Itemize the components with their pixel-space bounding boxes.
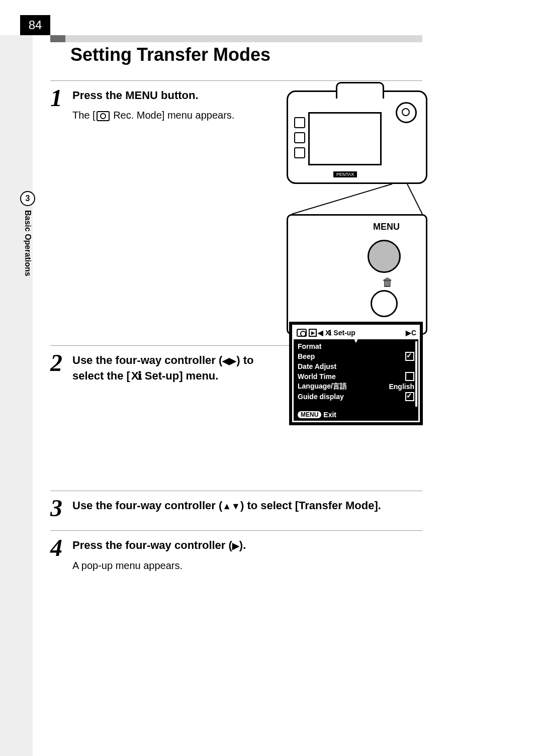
title-accent-bar <box>50 35 422 42</box>
left-arrow-icon: ◀ <box>222 356 229 366</box>
step-4: 4 Press the four-way controller (▶). A p… <box>50 530 422 585</box>
menu-item-label: Guide display <box>298 393 344 401</box>
menu-item-value: English <box>389 383 414 391</box>
step-body-pre: The [ <box>72 110 96 121</box>
chapter-label: Basic Operations <box>23 210 32 276</box>
lcd-menu-body: Format Beep Date Adjust World Time Langu… <box>294 339 418 408</box>
list-item: World Time <box>298 371 414 382</box>
camera-brand-label: PENTAX <box>333 171 357 177</box>
section-title: Setting Transfer Modes <box>70 44 270 65</box>
camera-illustration: PENTAX MENU 🗑 <box>287 90 427 335</box>
step-heading-post: button. <box>158 89 199 102</box>
checkbox-checked-icon <box>405 392 414 401</box>
list-item: Guide display <box>298 392 414 402</box>
up-arrow-icon: ▲ <box>222 501 231 511</box>
camera-back-view: PENTAX <box>287 90 427 184</box>
step-body-post: Rec. Mode] menu appears. <box>111 110 235 121</box>
list-item: Language/言語English <box>298 382 414 392</box>
camera-prism <box>336 82 384 99</box>
right-arrow-icon: ▶ <box>232 541 239 551</box>
camera-dial <box>396 102 417 123</box>
trash-icon: 🗑 <box>382 276 393 289</box>
zoom-guide-lines <box>287 184 427 214</box>
lcd-tab-title: Set-up <box>333 329 406 337</box>
rec-mode-tab-icon <box>297 329 307 337</box>
menu-button <box>368 240 401 273</box>
camera-lcd <box>308 112 382 165</box>
playback-tab-icon: ▶ <box>309 329 317 337</box>
checkbox-checked-icon <box>405 352 414 361</box>
step-number: 3 <box>50 498 72 518</box>
right-arrow-icon: ▶ <box>229 356 236 366</box>
step-number: 2 <box>50 353 72 373</box>
chapter-number: 3 <box>20 191 35 206</box>
list-item: Date Adjust <box>298 361 414 371</box>
menu-key-pill: MENU <box>298 411 321 418</box>
setup-tab-icon: Xℹ <box>325 329 330 337</box>
tab-left-arrow-icon: ◀ <box>318 329 323 337</box>
page-number: 84 <box>20 15 50 35</box>
down-arrow-icon: ▼ <box>231 501 240 511</box>
menu-item-label: Language/言語 <box>298 382 347 391</box>
checkbox-unchecked-icon <box>405 372 414 381</box>
step-number: 4 <box>50 538 72 558</box>
lcd-scrollbar <box>415 341 417 407</box>
menu-item-label: Date Adjust <box>298 362 336 370</box>
lcd-footer: MENU Exit <box>294 409 418 421</box>
svg-line-1 <box>407 184 422 214</box>
step-body-text: A pop-up menu appears. <box>72 558 422 573</box>
step-heading: Use the four-way controller (◀▶) to sele… <box>72 353 284 384</box>
camera-side-buttons <box>294 117 305 158</box>
tools-icon: Xℹ <box>131 369 141 382</box>
chapter-tab: 3 Basic Operations <box>20 191 35 276</box>
menu-item-label: World Time <box>298 372 336 381</box>
lcd-footer-label: Exit <box>323 411 336 419</box>
lcd-tab-nav-right: ▶C <box>406 329 416 337</box>
step-heading: Use the four-way controller (▲▼) to sele… <box>72 498 422 514</box>
left-margin-strip <box>0 35 33 756</box>
list-item: Beep <box>298 351 414 361</box>
svg-line-0 <box>292 184 392 214</box>
step-number: 1 <box>50 88 72 108</box>
step-3: 3 Use the four-way controller (▲▼) to se… <box>50 491 422 530</box>
menu-item-label: Format <box>298 342 321 350</box>
menu-item-label: Beep <box>298 352 315 360</box>
step-heading-pre: Press the <box>72 89 125 102</box>
step-heading: Press the four-way controller (▶). <box>72 538 422 553</box>
camera-icon <box>97 111 110 121</box>
menu-button-label: MENU <box>294 222 400 232</box>
camera-zoom-panel: MENU 🗑 <box>287 214 427 335</box>
list-item: Format <box>298 341 414 351</box>
delete-button <box>371 290 398 317</box>
menu-key-text: MENU <box>125 89 158 102</box>
lcd-setup-menu: ▶ ◀ Xℹ Set-up ▶C ▼ Format Beep Date Adju… <box>289 322 423 425</box>
